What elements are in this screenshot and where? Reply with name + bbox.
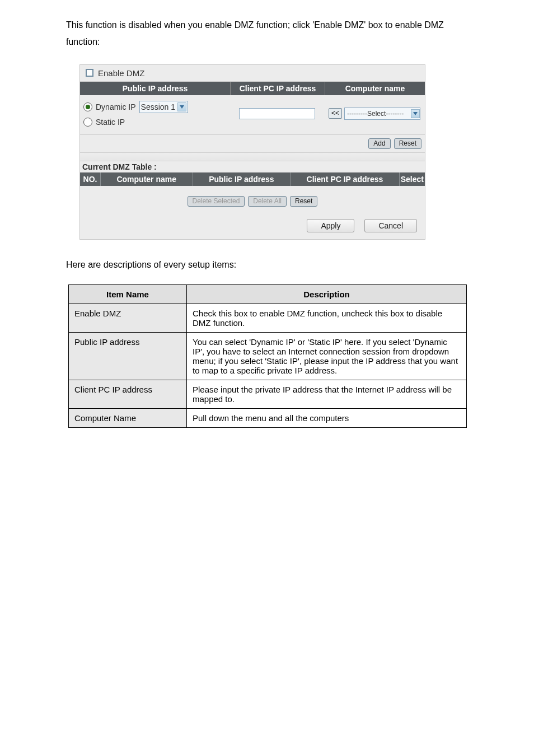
chevron-down-icon [177,102,186,111]
assign-button[interactable]: << [329,108,342,119]
add-button[interactable]: Add [368,138,390,149]
add-reset-row: Add Reset [80,134,425,152]
desc-header-desc: Description [187,285,467,304]
enable-dmz-label: Enable DMZ [98,68,144,78]
descriptions-intro: Here are descriptions of every setup ite… [66,256,468,273]
spacer [80,152,425,161]
table-actions: Delete Selected Delete All Reset [80,186,425,211]
desc-item: Computer Name [69,409,187,428]
session-select-value: Session 1 [141,102,175,111]
desc-header-item: Item Name [69,285,187,304]
reset-button[interactable]: Reset [394,138,421,149]
header-client-ip: Client PC IP address [231,82,325,95]
header-public-ip: Public IP address [80,82,231,95]
delete-selected-button[interactable]: Delete Selected [188,196,245,207]
radio-static-label: Static IP [96,118,125,127]
session-select[interactable]: Session 1 [139,101,188,113]
client-ip-block [230,99,324,129]
desc-text: You can select 'Dynamic IP' or 'Static I… [187,333,467,380]
radio-dynamic-ip[interactable]: Dynamic IP Session 1 [83,101,229,113]
table-row: Enable DMZ Check this box to enable DMZ … [69,304,467,333]
radio-static-ip[interactable]: Static IP [83,118,229,127]
desc-item: Client PC IP address [69,380,187,409]
form-header: Public IP address Client PC IP address C… [80,82,425,95]
apply-button[interactable]: Apply [307,219,354,232]
desc-item: Public IP address [69,333,187,380]
desc-item: Enable DMZ [69,304,187,333]
chevron-down-icon [411,109,420,118]
client-ip-input[interactable] [239,108,315,119]
cancel-button[interactable]: Cancel [364,219,417,232]
computer-name-block: << ---------Select-------- [324,99,423,129]
desc-text: Please input the private IP address that… [187,380,467,409]
dmz-table-header: NO. Computer name Public IP address Clie… [80,172,425,186]
header-select: Select [400,172,425,186]
radio-dot-selected-icon [83,102,92,111]
table-row: Public IP address You can select 'Dynami… [69,333,467,380]
header-computer: Computer name [101,172,193,186]
apply-cancel-row: Apply Cancel [80,211,425,239]
computer-select-placeholder: ---------Select-------- [347,110,404,118]
header-public-ip-2: Public IP address [193,172,291,186]
table-row: Client PC IP address Please input the pr… [69,380,467,409]
computer-name-select[interactable]: ---------Select-------- [344,108,420,120]
enable-dmz-checkbox[interactable] [86,69,93,77]
reset-table-button[interactable]: Reset [290,196,317,207]
radio-dot-icon [83,118,92,127]
header-no: NO. [80,172,101,186]
dmz-panel: Enable DMZ Public IP address Client PC I… [79,64,425,240]
current-dmz-title: Current DMZ Table : [80,161,425,172]
desc-text: Check this box to enable DMZ function, u… [187,304,467,333]
desc-text: Pull down the menu and all the computers [187,409,467,428]
delete-all-button[interactable]: Delete All [248,196,287,207]
header-client-ip-2: Client PC IP address [291,172,400,186]
form-row: Dynamic IP Session 1 Static IP << ------… [80,95,425,134]
descriptions-table: Item Name Description Enable DMZ Check t… [68,284,467,428]
enable-dmz-row: Enable DMZ [80,65,425,82]
header-computer-name: Computer name [325,82,425,95]
intro-text: This function is disabled when you enabl… [66,17,478,51]
ip-type-block: Dynamic IP Session 1 Static IP [82,99,230,129]
table-row: Computer Name Pull down the menu and all… [69,409,467,428]
radio-dynamic-label: Dynamic IP [96,102,136,111]
